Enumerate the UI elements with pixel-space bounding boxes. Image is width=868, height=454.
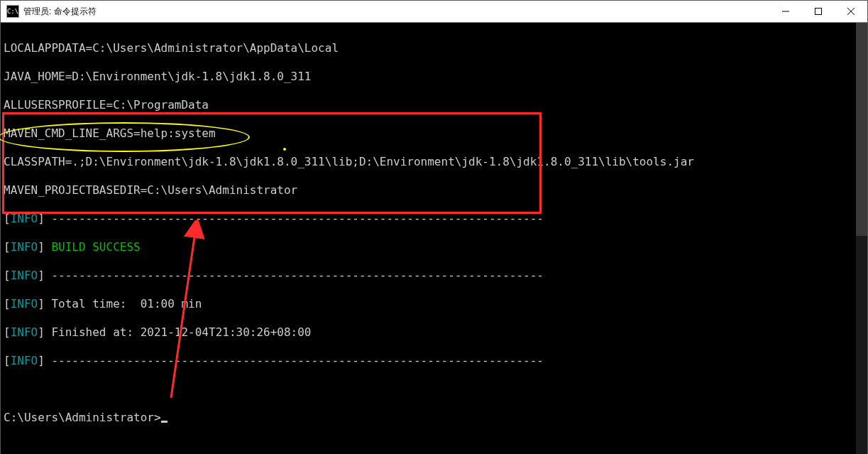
maven-build-success-line: [INFO] BUILD SUCCESS — [4, 240, 864, 254]
blank-line — [4, 382, 864, 396]
window-frame: C:\ 管理员: 命令提示符 LOCALAPPDATA=C:\Users\Adm… — [0, 0, 868, 454]
prompt-line: C:\Users\Administrator> — [4, 411, 864, 425]
annotation-yellow-ellipse — [0, 122, 250, 152]
maximize-button[interactable] — [802, 1, 835, 22]
cursor — [161, 421, 167, 423]
minimize-button[interactable] — [769, 1, 802, 22]
close-icon — [847, 8, 855, 15]
scrollbar-thumb[interactable] — [856, 23, 867, 236]
titlebar[interactable]: C:\ 管理员: 命令提示符 — [1, 1, 867, 23]
annotation-red-arrow — [164, 220, 207, 405]
svg-line-4 — [171, 227, 196, 398]
scrollbar[interactable] — [856, 23, 867, 454]
terminal-output[interactable]: LOCALAPPDATA=C:\Users\Administrator\AppD… — [1, 23, 867, 454]
maven-info-line: [INFO] ---------------------------------… — [4, 269, 864, 283]
close-button[interactable] — [835, 1, 867, 22]
env-line: LOCALAPPDATA=C:\Users\Administrator\AppD… — [4, 41, 864, 55]
minimize-icon — [782, 8, 789, 15]
svg-rect-1 — [815, 9, 822, 15]
maven-total-time-line: [INFO] Total time: 01:00 min — [4, 297, 864, 311]
annotation-yellow-dot — [283, 148, 286, 151]
window-title: 管理员: 命令提示符 — [23, 6, 97, 18]
maven-info-line: [INFO] ---------------------------------… — [4, 354, 864, 368]
maven-finished-at-line: [INFO] Finished at: 2021-12-04T21:30:26+… — [4, 325, 864, 340]
env-line: ALLUSERSPROFILE=C:\ProgramData — [4, 98, 864, 112]
env-line: JAVA_HOME=D:\Environment\jdk-1.8\jdk1.8.… — [4, 70, 864, 84]
maximize-icon — [815, 8, 822, 15]
maven-info-line: [INFO] ---------------------------------… — [4, 212, 864, 226]
app-icon: C:\ — [6, 5, 19, 18]
